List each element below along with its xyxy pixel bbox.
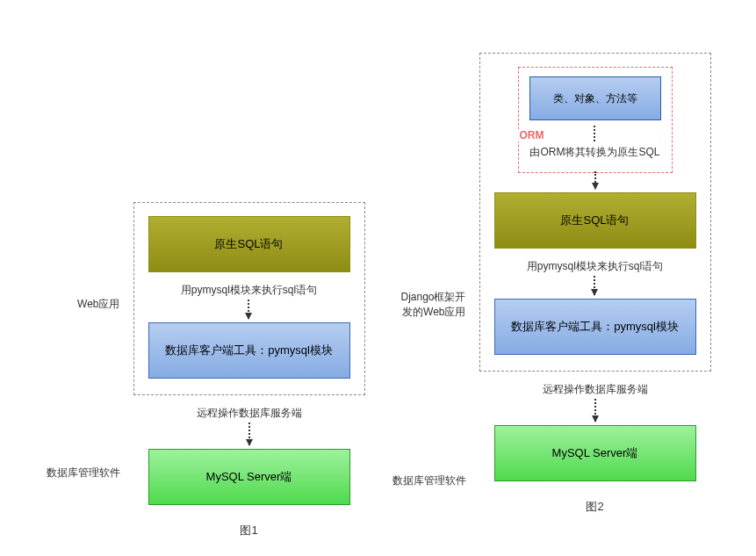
d1-arrow-2-label: 远程操作数据库服务端: [197, 406, 302, 421]
d1-side-label-webapp: Web应用: [46, 297, 125, 312]
d2-caption: 图2: [586, 499, 603, 515]
d1-arrow-2: 远程操作数据库服务端: [197, 399, 302, 445]
d2-orm-to-sql-arrow: [594, 171, 596, 189]
d1-arrow-1-label: 用pymysql模块来执行sql语句: [181, 283, 317, 298]
d2-orm-label: ORM: [518, 129, 546, 141]
d1-client-box: 数据库客户端工具：pymysql模块: [148, 322, 350, 379]
diagram-container: Web应用 数据库管理软件 原生SQL语句 用pymysql模块来执行sql语句…: [18, 18, 738, 538]
d2-class-box: 类、对象、方法等: [529, 76, 661, 120]
d2-orm-arrow: 由ORM将其转换为原生SQL: [529, 126, 659, 162]
d2-main-column: ORM 类、对象、方法等 由ORM将其转换为原生SQL 原生SQL语句 用pym…: [479, 18, 711, 515]
d2-webapp-group: ORM 类、对象、方法等 由ORM将其转换为原生SQL 原生SQL语句 用pym…: [479, 53, 711, 372]
d2-orm-arrow-label: 由ORM将其转换为原生SQL: [529, 145, 659, 160]
d2-server-box: MySQL Server端: [494, 425, 696, 481]
d1-main-column: 原生SQL语句 用pymysql模块来执行sql语句 数据库客户端工具：pymy…: [133, 18, 365, 538]
diagram-1: Web应用 数据库管理软件 原生SQL语句 用pymysql模块来执行sql语句…: [46, 18, 365, 538]
d2-orm-group: ORM 类、对象、方法等 由ORM将其转换为原生SQL: [518, 67, 673, 173]
d2-arrow-2: 远程操作数据库服务端: [543, 375, 648, 422]
d2-side-label-dbms: 数据库管理软件: [392, 473, 471, 488]
d2-side-label-webapp: Django框架开发的Web应用: [392, 290, 471, 320]
d2-client-box: 数据库客户端工具：pymysql模块: [494, 299, 696, 355]
d1-sql-box: 原生SQL语句: [148, 216, 350, 272]
d1-caption: 图1: [240, 523, 257, 538]
d1-side-label-dbms: 数据库管理软件: [46, 466, 125, 480]
d2-arrow-2-label: 远程操作数据库服务端: [543, 382, 648, 397]
d1-server-box: MySQL Server端: [148, 449, 350, 505]
d1-webapp-group: 原生SQL语句 用pymysql模块来执行sql语句 数据库客户端工具：pymy…: [133, 202, 365, 395]
d2-sql-box: 原生SQL语句: [494, 192, 696, 249]
d1-arrow-1: 用pymysql模块来执行sql语句: [181, 276, 317, 319]
d2-arrow-1: 用pymysql模块来执行sql语句: [527, 252, 663, 295]
d2-arrow-1-label: 用pymysql模块来执行sql语句: [527, 259, 663, 274]
diagram-2: Django框架开发的Web应用 数据库管理软件 ORM 类、对象、方法等 由O…: [392, 18, 711, 515]
